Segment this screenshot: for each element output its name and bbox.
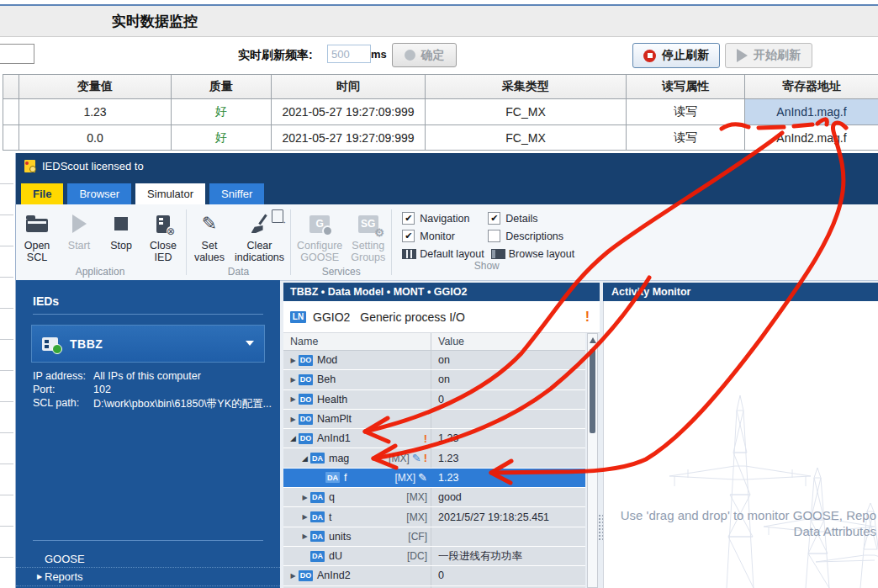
ribbon-button-label: Clear indications bbox=[235, 240, 284, 264]
checkbox-icon: ✔ bbox=[488, 212, 500, 225]
table-cell[interactable]: 好 bbox=[172, 99, 272, 125]
checkbox-label: Monitor bbox=[420, 230, 455, 242]
badge-da: DA bbox=[310, 531, 325, 542]
layout-label: Browse layout bbox=[509, 248, 575, 260]
confirm-icon bbox=[405, 50, 415, 61]
ln-header-row[interactable]: LN GGIO2 Generic process I/O ! bbox=[283, 301, 600, 333]
grid-name-cell: ▶DAunits[CF] bbox=[283, 527, 431, 546]
grid-name-cell: ▶DOAnInd2 bbox=[283, 566, 431, 585]
ribbon-button-label: Setting Groups bbox=[351, 240, 385, 264]
table-cell[interactable]: 2021-05-27 19:27:09:999 bbox=[272, 125, 426, 151]
stop-refresh-button[interactable]: 停止刷新 bbox=[632, 43, 720, 68]
table-cell[interactable]: 好 bbox=[172, 125, 272, 151]
ribbon-button-label: Configure GOOSE bbox=[297, 240, 342, 264]
table-cell[interactable]: FC_MX bbox=[426, 99, 627, 125]
checkbox-navigation[interactable]: ✔Navigation bbox=[402, 209, 486, 227]
grid-name-cell: DAdU[DC] bbox=[283, 547, 431, 565]
attribute-value bbox=[431, 527, 585, 546]
attribute-value: 0 bbox=[431, 566, 585, 585]
table-cell[interactable]: FC_MX bbox=[426, 125, 627, 151]
expander-collapsed-icon[interactable]: ▶ bbox=[288, 376, 298, 384]
refresh-rate-input[interactable] bbox=[327, 45, 371, 63]
ribbon-button-label: Close IED bbox=[150, 240, 177, 264]
refresh-rate-label: 实时刷新频率: bbox=[238, 48, 313, 63]
ribbon-button-label: Stop bbox=[110, 240, 132, 252]
pencil-icon[interactable]: ✎ bbox=[418, 472, 427, 483]
expander-collapsed-icon[interactable]: ▶ bbox=[300, 513, 309, 521]
window-titlebar[interactable]: IEDScout licensed to bbox=[16, 153, 878, 178]
set-values-button[interactable]: ✎Set values bbox=[188, 209, 230, 266]
datamodel-row-q[interactable]: ▶DAq[MX]good bbox=[283, 488, 585, 506]
column-header-value[interactable]: Value bbox=[431, 333, 585, 350]
column-header-name[interactable]: Name bbox=[283, 333, 431, 350]
tab-simulator[interactable]: Simulator bbox=[135, 183, 205, 204]
datamodel-row-t[interactable]: ▶DAt[MX]2021/5/27 19:18:25.451 bbox=[283, 507, 585, 526]
group-separator bbox=[391, 209, 392, 275]
browse-layout-button[interactable]: Browse layout bbox=[491, 248, 575, 260]
stop-icon bbox=[114, 211, 128, 236]
table-cell[interactable]: 读写 bbox=[627, 99, 745, 125]
browse-layout-icon bbox=[491, 249, 505, 259]
expander-collapsed-icon[interactable]: ▶ bbox=[288, 357, 298, 364]
stop-button[interactable]: Stop bbox=[100, 209, 142, 253]
ribbon-button-label: Start bbox=[68, 240, 90, 252]
left-edge-input[interactable] bbox=[0, 44, 34, 64]
setting-groups-button[interactable]: SGSetting Groups bbox=[346, 209, 389, 266]
vertical-scrollbar[interactable] bbox=[587, 333, 598, 588]
start-refresh-button[interactable]: 开始刷新 bbox=[725, 43, 812, 68]
datamodel-row-units[interactable]: ▶DAunits[CF] bbox=[283, 527, 585, 546]
attribute-name: f bbox=[344, 472, 346, 484]
datamodel-row-AnInd1[interactable]: ◢DOAnInd1!1.23 bbox=[283, 429, 585, 448]
checkbox-descriptions[interactable]: Descriptions bbox=[488, 227, 576, 245]
sidebar-item-reports[interactable]: ▶Reports bbox=[16, 568, 280, 585]
table-header-cell: 采集类型 bbox=[426, 75, 627, 99]
table-cell[interactable]: 2021-05-27 19:27:09:999 bbox=[272, 99, 426, 125]
datamodel-row-mag[interactable]: ◢DAmag[MX]✎!1.23 bbox=[283, 448, 585, 467]
alert-icon: ! bbox=[585, 310, 590, 325]
badge-da: DA bbox=[325, 472, 340, 483]
datamodel-row-dU[interactable]: DAdU[DC]一段进线有功功率 bbox=[283, 547, 585, 565]
expander-collapsed-icon[interactable]: ▶ bbox=[288, 572, 298, 580]
confirm-button[interactable]: 确定 bbox=[392, 43, 457, 67]
grid-name-cell: ▶DOHealth bbox=[283, 390, 431, 409]
datamodel-row-f[interactable]: DAf[MX]✎1.23 bbox=[283, 469, 585, 487]
start-button[interactable]: Start bbox=[58, 209, 100, 253]
table-cell[interactable]: 读写 bbox=[627, 125, 745, 151]
default-layout-button[interactable]: Default layout bbox=[402, 248, 484, 260]
tab-sniffer[interactable]: Sniffer bbox=[209, 183, 264, 204]
ied-selector[interactable]: TBBZ bbox=[31, 325, 265, 363]
open-scl-button[interactable]: Open SCL bbox=[16, 209, 58, 266]
table-cell[interactable]: 1.23 bbox=[19, 99, 172, 125]
ied-info-row: IP address:All IPs of this computer bbox=[33, 370, 201, 382]
scroll-up-arrow[interactable] bbox=[590, 337, 596, 343]
scrollbar-thumb[interactable] bbox=[590, 349, 595, 433]
close-ied-button[interactable]: Close IED bbox=[142, 209, 184, 266]
configure-goose-button[interactable]: GConfigure GOOSE bbox=[293, 209, 346, 266]
checkbox-details[interactable]: ✔Details bbox=[488, 209, 576, 227]
ln-description: Generic process I/O bbox=[360, 310, 465, 324]
sidebar-item-goose[interactable]: GOOSE bbox=[16, 550, 280, 568]
tab-file[interactable]: File bbox=[21, 183, 63, 204]
badge-do: DO bbox=[299, 394, 313, 405]
export-document-icon[interactable] bbox=[272, 209, 283, 223]
expander-collapsed-icon[interactable]: ▶ bbox=[300, 494, 309, 501]
checkbox-monitor[interactable]: ✔Monitor bbox=[402, 227, 486, 245]
ribbon-group-services: GConfigure GOOSESGSetting GroupsServices bbox=[293, 204, 389, 280]
tab-browser[interactable]: Browser bbox=[67, 183, 131, 204]
expander-expanded-icon[interactable]: ◢ bbox=[288, 434, 298, 442]
table-cell[interactable]: AnInd1.mag.f bbox=[745, 99, 878, 125]
datamodel-row-Mod[interactable]: ▶DOModon bbox=[283, 351, 585, 369]
device-close-icon bbox=[156, 211, 170, 236]
datamodel-row-AnInd2[interactable]: ▶DOAnInd20 bbox=[283, 566, 585, 585]
datamodel-row-Beh[interactable]: ▶DOBehon bbox=[283, 370, 585, 389]
expander-collapsed-icon[interactable]: ▶ bbox=[300, 532, 309, 540]
attribute-name: q bbox=[329, 491, 335, 503]
pencil-icon[interactable]: ✎ bbox=[412, 453, 421, 464]
table-cell[interactable]: AnInd2.mag.f bbox=[745, 125, 878, 151]
expander-expanded-icon[interactable]: ◢ bbox=[300, 454, 309, 463]
datamodel-row-NamPlt[interactable]: ▶DONamPlt bbox=[283, 410, 585, 428]
expander-collapsed-icon[interactable]: ▶ bbox=[288, 416, 298, 423]
expander-collapsed-icon[interactable]: ▶ bbox=[288, 395, 298, 403]
datamodel-row-Health[interactable]: ▶DOHealth0 bbox=[283, 390, 585, 409]
table-cell[interactable]: 0.0 bbox=[19, 125, 172, 151]
